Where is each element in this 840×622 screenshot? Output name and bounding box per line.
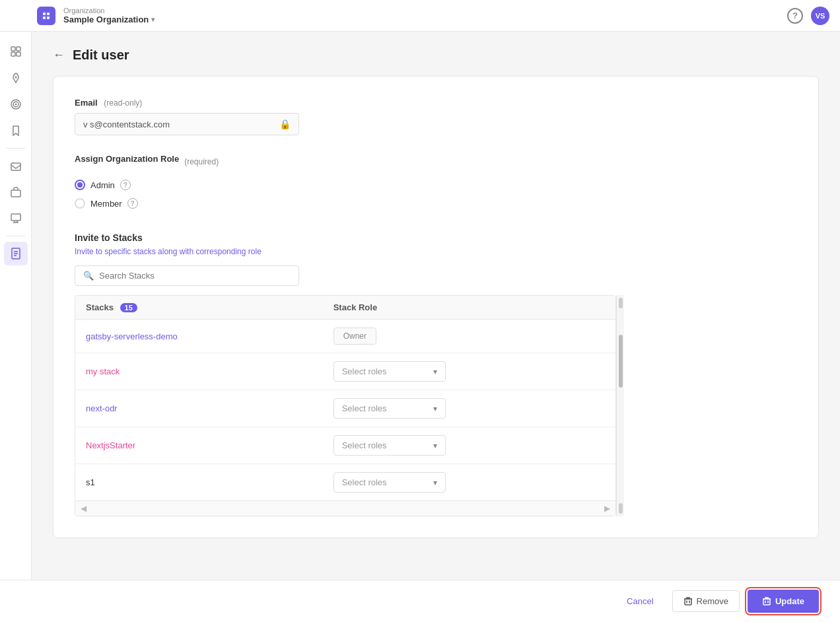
sidebar [0, 32, 32, 622]
table-row: s1Select roles▾ [75, 464, 615, 501]
select-roles-dropdown[interactable]: Select roles▾ [333, 435, 446, 456]
admin-info-icon[interactable]: ? [120, 180, 131, 190]
select-roles-dropdown[interactable]: Select roles▾ [333, 472, 446, 493]
svg-rect-10 [11, 214, 20, 221]
stack-name-cell: gatsby-serverless-demo [75, 320, 323, 353]
svg-rect-3 [17, 52, 20, 56]
sidebar-divider [7, 148, 25, 149]
main-content: ← Edit user Email (read-only) v s@conten… [32, 32, 840, 622]
sidebar-item-rocket[interactable] [4, 66, 28, 90]
svg-rect-15 [685, 599, 691, 605]
search-stacks-input[interactable] [99, 271, 291, 281]
scroll-up-arrow[interactable] [619, 298, 623, 308]
svg-rect-2 [11, 52, 15, 56]
readonly-label: (read-only) [104, 98, 142, 108]
select-roles-dropdown[interactable]: Select roles▾ [333, 398, 446, 419]
table-bottom-arrows: ◀ ▶ [75, 501, 615, 516]
col-stack-role: Stack Role [323, 296, 615, 320]
table-row: gatsby-serverless-demoOwner [75, 320, 615, 353]
sidebar-item-target[interactable] [4, 92, 28, 116]
scroll-left-arrow[interactable]: ◀ [81, 504, 87, 513]
invite-stacks-title: Invite to Stacks [75, 232, 797, 243]
invite-stacks-section: Invite to Stacks Invite to specific stac… [75, 232, 797, 516]
stacks-table-container: Stacks 15 Stack Role gatsby-serverless-d… [75, 295, 797, 516]
table-scroll-area[interactable]: Stacks 15 Stack Role gatsby-serverless-d… [75, 296, 615, 501]
stack-name-cell: next-odr [75, 390, 323, 427]
update-button[interactable]: Update [748, 590, 819, 613]
email-section: Email (read-only) v s@contentstack.com 🔒 [75, 98, 797, 135]
footer-bar: Cancel Remove Update [0, 580, 840, 622]
sidebar-item-briefcase[interactable] [4, 180, 28, 204]
stack-role-cell: Select roles▾ [323, 390, 615, 427]
scroll-down-arrow[interactable] [619, 503, 623, 514]
stack-count-badge: 15 [120, 303, 137, 312]
topbar-right: ? VS [787, 7, 829, 25]
invite-stacks-subtitle: Invite to specific stacks along with cor… [75, 247, 797, 256]
org-role-label: Assign Organization Role [75, 154, 179, 164]
lock-icon: 🔒 [279, 119, 291, 129]
radio-member-circle[interactable] [75, 198, 85, 209]
table-scrollbar[interactable] [616, 295, 624, 516]
sidebar-item-dashboard[interactable] [4, 40, 28, 63]
radio-admin-label: Admin [90, 180, 115, 190]
svg-rect-9 [11, 190, 20, 197]
email-input-wrapper: v s@contentstack.com 🔒 [75, 113, 299, 135]
scroll-right-arrow[interactable]: ▶ [604, 504, 610, 513]
stack-name-cell: my stack [75, 353, 323, 390]
stack-role-cell: Select roles▾ [323, 353, 615, 390]
back-button[interactable]: ← [53, 48, 65, 62]
sidebar-item-bookmark[interactable] [4, 119, 28, 143]
sidebar-item-grid2[interactable] [4, 207, 28, 230]
form-card: Email (read-only) v s@contentstack.com 🔒… [53, 76, 819, 538]
stack-name-cell: s1 [75, 464, 323, 501]
org-role-header: Assign Organization Role (required) [75, 154, 797, 169]
sidebar-divider-2 [7, 236, 25, 236]
col-stacks: Stacks 15 [75, 296, 323, 320]
org-role-section: Assign Organization Role (required) Admi… [75, 154, 797, 209]
remove-button[interactable]: Remove [672, 590, 740, 612]
topbar: Organization Sample Organization ▾ ? VS [0, 0, 840, 32]
table-row: next-odrSelect roles▾ [75, 390, 615, 427]
org-name[interactable]: Sample Organization ▾ [63, 15, 155, 24]
svg-rect-18 [763, 599, 770, 605]
radio-admin[interactable]: Admin ? [75, 180, 797, 190]
sidebar-item-inbox[interactable] [4, 154, 28, 178]
member-info-icon[interactable]: ? [127, 198, 138, 209]
owner-badge: Owner [333, 328, 376, 345]
stack-role-cell: Select roles▾ [323, 464, 615, 501]
svg-point-7 [15, 104, 17, 106]
user-avatar[interactable]: VS [811, 7, 829, 25]
scrollbar-thumb[interactable] [619, 335, 623, 388]
stack-role-cell: Select roles▾ [323, 427, 615, 464]
org-label: Organization [63, 7, 155, 15]
table-row: my stackSelect roles▾ [75, 353, 615, 390]
table-row: NextjsStarterSelect roles▾ [75, 427, 615, 464]
svg-point-4 [15, 77, 17, 79]
help-icon[interactable]: ? [787, 8, 803, 24]
stack-name-cell: NextjsStarter [75, 427, 323, 464]
stacks-table-wrapper: Stacks 15 Stack Role gatsby-serverless-d… [75, 295, 616, 516]
radio-member[interactable]: Member ? [75, 198, 797, 209]
stacks-table: Stacks 15 Stack Role gatsby-serverless-d… [75, 296, 615, 501]
select-roles-dropdown[interactable]: Select roles▾ [333, 361, 446, 382]
required-badge: (required) [184, 157, 219, 166]
sidebar-item-docs[interactable] [4, 242, 28, 265]
stack-role-cell: Owner [323, 320, 615, 353]
page-header: ← Edit user [53, 48, 819, 63]
svg-rect-0 [11, 47, 15, 51]
search-stacks-icon: 🔍 [83, 271, 94, 281]
page-title: Edit user [73, 48, 129, 63]
svg-rect-8 [11, 163, 20, 170]
org-info: Organization Sample Organization ▾ [63, 7, 155, 24]
radio-member-label: Member [90, 199, 122, 209]
cancel-button[interactable]: Cancel [616, 591, 664, 611]
radio-admin-circle[interactable] [75, 180, 85, 190]
table-header-row: Stacks 15 Stack Role [75, 296, 615, 320]
email-value: v s@contentstack.com [83, 120, 274, 129]
email-label: Email (read-only) [75, 98, 797, 108]
search-stacks-wrapper[interactable]: 🔍 [75, 265, 299, 286]
svg-rect-1 [17, 47, 20, 51]
